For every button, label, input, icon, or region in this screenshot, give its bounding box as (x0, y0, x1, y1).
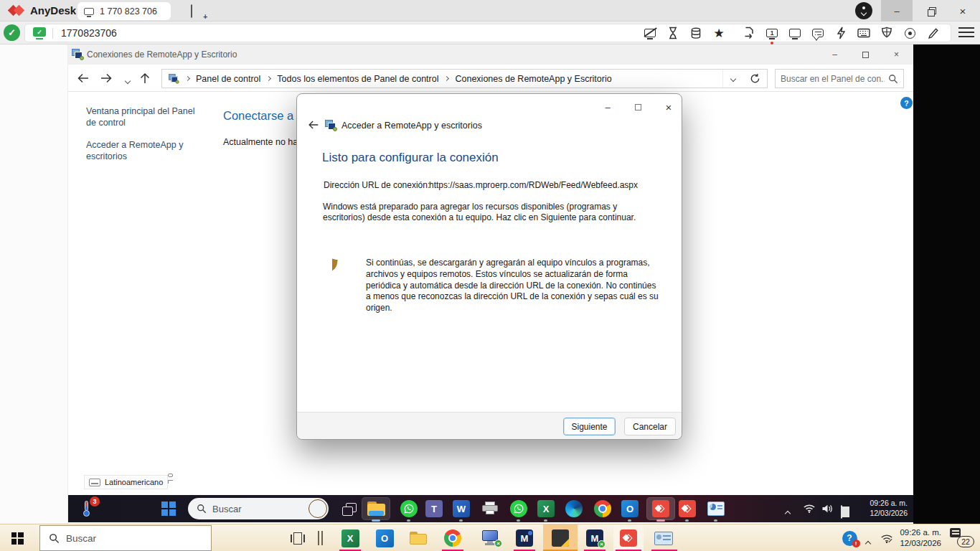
local-search-input[interactable] (66, 533, 181, 544)
local-outlook-button[interactable]: O (374, 528, 395, 548)
cancel-button[interactable]: Cancelar (624, 418, 676, 435)
nav-back-button[interactable] (75, 71, 91, 85)
whatsapp-button[interactable] (400, 499, 418, 518)
cp-address-bar: Panel de control Todos los elementos de … (68, 65, 913, 92)
account-menu-button[interactable] (855, 2, 872, 19)
outlook-button[interactable]: O (621, 499, 639, 518)
session-recording-icon[interactable] (903, 26, 916, 40)
refresh-button[interactable] (743, 70, 767, 88)
breadcrumb-bar[interactable]: Panel de control Todos los elementos de … (161, 69, 768, 88)
tray-expand-icon[interactable] (786, 506, 790, 519)
dialog-back-button[interactable] (304, 116, 323, 134)
favorites-star-icon[interactable]: ★ (712, 26, 725, 40)
actions-lightning-icon[interactable] (834, 26, 847, 40)
menu-icon[interactable] (958, 27, 974, 39)
local-search-box[interactable] (39, 525, 212, 551)
system-properties-button[interactable] (707, 499, 725, 518)
remote-search-pill[interactable] (188, 498, 329, 519)
chat-icon[interactable] (811, 26, 824, 40)
breadcrumb-item[interactable]: Todos los elementos de Panel de control (277, 74, 438, 84)
breadcrumb-item[interactable]: Conexiones de RemoteApp y Escritorio (455, 74, 611, 84)
cp-window-title: Conexiones de RemoteApp y Escritorio (87, 50, 237, 60)
file-explorer-button[interactable] (367, 499, 385, 518)
dialog-close-button[interactable]: × (658, 100, 679, 114)
anydesk-brand: AnyDesk (30, 4, 76, 17)
wifi-icon[interactable] (803, 504, 816, 517)
anydesk-button[interactable] (678, 499, 697, 518)
help-button[interactable]: ? (900, 97, 913, 109)
new-session-button[interactable]: + (191, 5, 205, 17)
whatsapp-2-button[interactable] (509, 499, 528, 518)
cp-search-box[interactable] (775, 69, 904, 88)
printer-button[interactable] (481, 499, 499, 518)
displays-icon[interactable] (788, 26, 801, 40)
nav-forward-button[interactable] (98, 71, 114, 85)
dialog-maximize-button[interactable] (627, 100, 649, 114)
excel-button[interactable]: X (537, 499, 555, 518)
help-icon: ?! (842, 531, 857, 546)
session-duration-icon[interactable] (666, 26, 679, 40)
file-transfer-icon[interactable] (743, 26, 755, 40)
session-history-icon[interactable] (689, 26, 702, 40)
window-close-button[interactable]: × (947, 0, 979, 22)
tray-help-button[interactable]: ?! (839, 528, 859, 548)
screen: AnyDesk 1 770 823 706 + – × ✓ ✓ 17708237… (0, 0, 980, 551)
m-app-remote-button[interactable]: M× (585, 528, 605, 548)
chrome-button[interactable] (593, 499, 612, 518)
notes-app-button[interactable] (550, 528, 570, 548)
monitor-1-icon[interactable]: 1 (765, 26, 778, 40)
window-restore-button[interactable] (915, 0, 947, 22)
cp-close-button[interactable]: × (880, 44, 913, 65)
local-file-explorer-button[interactable] (408, 528, 428, 548)
cp-restore-button[interactable] (849, 44, 882, 65)
running-indicator (372, 519, 380, 522)
search-icon (49, 533, 60, 544)
local-start-button[interactable] (7, 528, 27, 548)
local-clock-time: 09:26 a. m. (890, 527, 941, 538)
edge-button[interactable] (565, 499, 583, 518)
address-dropdown-button[interactable] (722, 70, 743, 88)
teams-button[interactable]: T (425, 499, 443, 518)
whiteboard-pen-icon[interactable] (926, 26, 939, 40)
remote-start-button[interactable] (159, 499, 178, 518)
next-button[interactable]: Siguiente (563, 418, 616, 435)
cp-minimize-button[interactable]: – (819, 44, 851, 65)
tray-expand-icon[interactable] (866, 536, 870, 549)
notification-tray-button[interactable]: 22 (948, 528, 977, 550)
local-chrome-button[interactable] (443, 528, 463, 548)
window-minimize-button[interactable]: – (881, 0, 913, 22)
language-indicator[interactable]: Latinoamericano (84, 475, 168, 489)
anydesk-active-button[interactable] (651, 499, 670, 518)
privacy-mode-icon[interactable] (644, 26, 656, 40)
monitor-icon (84, 8, 94, 15)
nav-recent-dropdown[interactable] (120, 74, 136, 88)
cp-search-input[interactable] (781, 74, 885, 84)
dialog-minimize-button[interactable]: – (597, 100, 618, 114)
battery-icon[interactable] (841, 506, 842, 519)
word-button[interactable]: W (452, 499, 471, 518)
session-tab[interactable]: 1 770 823 706 (77, 2, 171, 20)
cp-main-text: Actualmente no hay (223, 137, 303, 147)
whatsapp-icon (510, 500, 527, 517)
permissions-shield-icon[interactable] (880, 26, 893, 40)
breadcrumb-item[interactable]: Panel de control (196, 74, 260, 84)
task-view-button[interactable] (339, 499, 358, 518)
local-anydesk-button[interactable] (618, 528, 639, 548)
id-card-button[interactable] (654, 528, 674, 548)
sidebar-link-remoteapp[interactable]: Acceder a RemoteApp y escritorios (86, 140, 201, 162)
weather-widget-button[interactable]: 3 (77, 499, 95, 518)
remote-clock[interactable]: 09:26 a. m. 12/03/2026 (856, 499, 908, 518)
keyboard-settings-icon[interactable] (857, 26, 870, 40)
remoteapp-icon (72, 49, 83, 60)
sidebar-link-home[interactable]: Ventana principal del Panel de control (86, 106, 201, 128)
local-task-view-button[interactable] (288, 528, 308, 548)
nav-up-button[interactable] (137, 71, 153, 85)
remote-desktop-button[interactable]: × (481, 528, 501, 548)
speaker-icon[interactable] (821, 504, 833, 517)
folder-icon (410, 532, 427, 545)
touch-keyboard-icon[interactable] (167, 474, 174, 485)
remote-search-input[interactable] (212, 504, 291, 514)
m-app-button[interactable]: M (514, 528, 534, 548)
local-clock[interactable]: 09:26 a. m. 12/03/2026 (890, 527, 941, 549)
local-excel-button[interactable]: X (340, 528, 360, 548)
